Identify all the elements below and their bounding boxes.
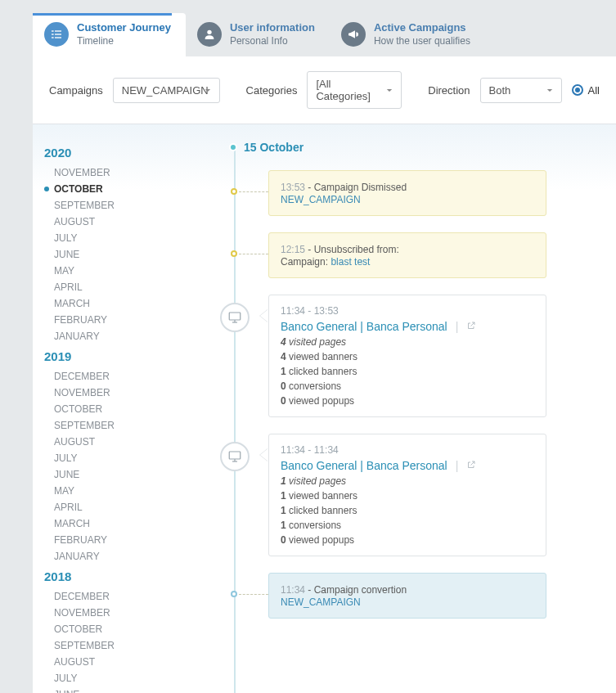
stat-line: 4 viewed banners	[281, 351, 534, 362]
event-dot-icon	[231, 188, 237, 195]
direction-label: Direction	[428, 84, 470, 97]
month-may[interactable]: MAY	[44, 263, 205, 279]
month-march[interactable]: MARCH	[44, 515, 205, 532]
external-link-icon[interactable]	[466, 459, 476, 472]
tab-subtitle: Timeline	[77, 35, 171, 47]
event-card[interactable]: 11:34 - Campaign convertionNEW_CAMPAIGN	[268, 573, 546, 619]
svg-rect-10	[229, 452, 241, 459]
svg-rect-1	[55, 30, 61, 31]
event-time: 13:53	[281, 182, 305, 193]
app-root: Customer Journey Timeline User informati…	[0, 13, 616, 693]
radio-all[interactable]: All	[572, 84, 600, 97]
month-january[interactable]: JANUARY	[44, 328, 205, 344]
event-time: 11:34	[281, 584, 305, 596]
month-may[interactable]: MAY	[44, 483, 205, 499]
tab-active-campaigns[interactable]: Active Campaigns How the user qualifies	[330, 13, 485, 56]
session-card[interactable]: 11:34 - 13:53Banco General | Banca Perso…	[268, 295, 546, 417]
stat-line: 1 viewed banners	[281, 490, 534, 502]
campaigns-value: NEW_CAMPAIGN	[122, 84, 209, 97]
stat-line: 1 conversions	[281, 520, 534, 531]
month-june[interactable]: JUNE	[44, 246, 205, 263]
month-february[interactable]: FEBRUARY	[44, 312, 205, 328]
month-december[interactable]: DECEMBER	[44, 588, 205, 605]
year-2019[interactable]: 2019	[44, 349, 205, 363]
stat-line: 1 clicked banners	[281, 505, 534, 516]
event-text: - Unsubscribed from:	[305, 244, 399, 255]
campaign-link[interactable]: NEW_CAMPAIGN	[281, 194, 361, 205]
tab-bar: Customer Journey Timeline User informati…	[0, 13, 616, 56]
year-2020[interactable]: 2020	[44, 146, 205, 160]
date-sidebar: 2020NOVEMBEROCTOBERSEPTEMBERAUGUSTJULYJU…	[33, 141, 213, 693]
event-dot-icon	[231, 591, 237, 597]
stat-line: 4 visited pages	[281, 336, 534, 348]
session-time: 11:34 - 13:53	[281, 305, 534, 317]
month-september[interactable]: SEPTEMBER	[44, 417, 205, 434]
connector-line	[239, 191, 268, 192]
svg-rect-7	[229, 313, 241, 320]
month-october[interactable]: OCTOBER	[44, 401, 205, 417]
svg-rect-0	[52, 30, 54, 31]
categories-select[interactable]: [All Categories]	[307, 71, 402, 109]
event-text: - Campaign convertion	[305, 584, 407, 596]
filter-bar: Campaigns NEW_CAMPAIGN Categories [All C…	[33, 56, 616, 124]
stat-line: 0 viewed popups	[281, 534, 534, 546]
session-title[interactable]: Banco General | Banca Personal	[281, 459, 447, 472]
campaigns-label: Campaigns	[49, 84, 103, 97]
month-december[interactable]: DECEMBER	[44, 368, 205, 385]
session-time: 11:34 - 11:34	[281, 444, 534, 456]
month-july[interactable]: JULY	[44, 670, 205, 686]
external-link-icon[interactable]	[466, 320, 476, 333]
month-august[interactable]: AUGUST	[44, 654, 205, 670]
month-june[interactable]: JUNE	[44, 466, 205, 483]
month-october[interactable]: OCTOBER	[44, 621, 205, 637]
radio-all-label: All	[588, 84, 600, 97]
event-time: 12:15	[281, 244, 305, 255]
event-card[interactable]: 13:53 - Campaign DismissedNEW_CAMPAIGN	[268, 170, 546, 216]
month-july[interactable]: JULY	[44, 450, 205, 466]
radio-dot-icon	[572, 84, 583, 96]
month-august[interactable]: AUGUST	[44, 434, 205, 450]
connector-line	[239, 254, 268, 254]
month-february[interactable]: FEBRUARY	[44, 532, 205, 548]
tab-subtitle: Personal Info	[230, 35, 315, 47]
month-november[interactable]: NOVEMBER	[44, 164, 205, 181]
tab-user-information[interactable]: User information Personal Info	[186, 13, 330, 56]
session-card[interactable]: 11:34 - 11:34Banco General | Banca Perso…	[268, 434, 546, 556]
stat-line: 0 conversions	[281, 380, 534, 392]
month-april[interactable]: APRIL	[44, 279, 205, 295]
stat-line: 1 clicked banners	[281, 366, 534, 377]
megaphone-icon	[341, 22, 366, 47]
date-label: 15 October	[244, 141, 304, 154]
event-card[interactable]: 12:15 - Unsubscribed from:Campaign: blas…	[268, 232, 546, 278]
campaigns-select[interactable]: NEW_CAMPAIGN	[113, 78, 220, 103]
main-area: 2020NOVEMBEROCTOBERSEPTEMBERAUGUSTJULYJU…	[33, 124, 616, 693]
month-september[interactable]: SEPTEMBER	[44, 637, 205, 654]
date-node: 15 October	[213, 141, 616, 154]
svg-rect-4	[52, 37, 54, 38]
tab-title: Active Campaigns	[374, 21, 470, 34]
month-march[interactable]: MARCH	[44, 295, 205, 312]
month-june[interactable]: JUNE	[44, 686, 205, 693]
month-august[interactable]: AUGUST	[44, 214, 205, 230]
tab-customer-journey[interactable]: Customer Journey Timeline	[33, 13, 186, 56]
year-2018[interactable]: 2018	[44, 569, 205, 583]
direction-select[interactable]: Both	[480, 78, 562, 103]
card-pointer	[260, 309, 268, 322]
month-january[interactable]: JANUARY	[44, 548, 205, 565]
event-dot-icon	[231, 250, 237, 257]
month-september[interactable]: SEPTEMBER	[44, 197, 205, 214]
month-november[interactable]: NOVEMBER	[44, 385, 205, 401]
tab-subtitle: How the user qualifies	[374, 35, 470, 47]
event-text: - Campaign Dismissed	[305, 182, 407, 193]
campaign-link[interactable]: NEW_CAMPAIGN	[281, 596, 361, 608]
user-icon	[197, 22, 222, 47]
campaign-link[interactable]: blast test	[330, 256, 370, 268]
month-october[interactable]: OCTOBER	[44, 181, 205, 197]
event-sublabel: Campaign:	[281, 256, 330, 268]
month-november[interactable]: NOVEMBER	[44, 605, 205, 621]
connector-line	[239, 594, 268, 595]
session-title[interactable]: Banco General | Banca Personal	[281, 320, 447, 333]
svg-rect-2	[52, 34, 54, 34]
month-july[interactable]: JULY	[44, 230, 205, 246]
month-april[interactable]: APRIL	[44, 499, 205, 515]
